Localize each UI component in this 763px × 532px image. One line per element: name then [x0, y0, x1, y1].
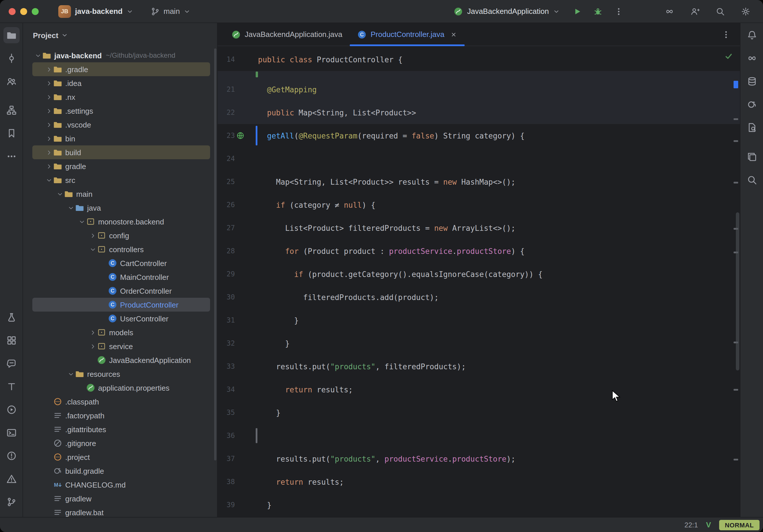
- tool-more-tools-button[interactable]: [3, 148, 19, 164]
- minimize-button[interactable]: [20, 8, 27, 15]
- tool-layers-button[interactable]: [744, 149, 760, 165]
- tree-item-UserController[interactable]: CUserController: [32, 312, 210, 325]
- code-line-33[interactable]: 33results.put("products", filteredProduc…: [218, 355, 740, 378]
- tree-item-.gitignore[interactable]: .gitignore: [32, 436, 210, 450]
- code-line-21[interactable]: 21@GetMapping: [218, 78, 740, 101]
- code-line-25[interactable]: 25Map<String, List<Product>> results = n…: [218, 170, 740, 193]
- tree-item-.project[interactable]: .project: [32, 450, 210, 464]
- tree-item-models[interactable]: models: [32, 325, 210, 339]
- chevron-right-icon[interactable]: [46, 107, 53, 114]
- tree-item-bin[interactable]: bin: [32, 132, 210, 146]
- tool-find-button[interactable]: [744, 172, 760, 188]
- tool-services-button[interactable]: [3, 402, 19, 418]
- tree-item-.vscode[interactable]: .vscode: [32, 118, 210, 132]
- line-number[interactable]: 22: [218, 108, 235, 117]
- caret-position[interactable]: 22:1: [685, 521, 698, 529]
- tree-item-.gradle[interactable]: .gradle: [32, 62, 210, 76]
- add-user-button[interactable]: [687, 3, 703, 19]
- ai-assistant-button[interactable]: [661, 3, 678, 19]
- search-everywhere-button[interactable]: [712, 3, 728, 19]
- code-line-38[interactable]: 38return results;: [218, 470, 740, 493]
- line-number[interactable]: 37: [218, 455, 235, 463]
- tree-item-gradle[interactable]: gradle: [32, 159, 210, 173]
- code-line-23[interactable]: 23getAll(@RequestParam(required = false)…: [218, 124, 740, 147]
- tree-item-monostore.backend[interactable]: monostore.backend: [32, 215, 210, 229]
- chevron-right-icon[interactable]: [46, 121, 53, 128]
- line-number[interactable]: 35: [218, 408, 235, 417]
- line-number[interactable]: 23: [218, 132, 235, 140]
- line-number[interactable]: 24: [218, 155, 235, 163]
- code-line-39[interactable]: 39}: [218, 493, 740, 516]
- chevron-down-icon[interactable]: [46, 176, 53, 183]
- zoom-button[interactable]: [32, 8, 39, 15]
- chevron-right-icon[interactable]: [46, 80, 53, 86]
- tree-item-.nx[interactable]: .nx: [32, 90, 210, 104]
- chevron-down-icon[interactable]: [56, 190, 63, 197]
- tree-item-java[interactable]: java: [32, 201, 210, 215]
- tree-item-main[interactable]: main: [32, 187, 210, 201]
- chevron-down-icon[interactable]: [67, 371, 74, 377]
- line-number[interactable]: 26: [218, 201, 235, 209]
- tabs-more-button[interactable]: [719, 27, 733, 41]
- chevron-down-icon[interactable]: [35, 52, 42, 59]
- tool-documentation-button[interactable]: [744, 119, 760, 136]
- editor-tab-JavaBackendApplication.java[interactable]: JavaBackendApplication.java: [224, 23, 350, 46]
- tree-item-service[interactable]: service: [32, 339, 210, 353]
- tree-item-.gitattributes[interactable]: .gitattributes: [32, 422, 210, 436]
- tool-dependencies-button[interactable]: [3, 332, 19, 349]
- chevron-down-icon[interactable]: [67, 204, 74, 211]
- tool-ai-assistant-button[interactable]: [744, 50, 760, 66]
- code-line-26[interactable]: 26if (category ≠ null) {: [218, 193, 740, 216]
- vim-mode-badge[interactable]: NORMAL: [719, 520, 760, 530]
- line-number[interactable]: 36: [218, 432, 235, 440]
- tree-item-JavaBackendApplication[interactable]: JavaBackendApplication: [32, 353, 210, 367]
- tool-database-button[interactable]: [744, 73, 760, 89]
- tool-profiler-button[interactable]: [3, 309, 19, 325]
- code-line-28[interactable]: 28for (Product product : productService.…: [218, 240, 740, 263]
- line-number[interactable]: 25: [218, 178, 235, 186]
- tree-item-resources[interactable]: resources: [32, 367, 210, 381]
- tool-terminal-button[interactable]: [3, 425, 19, 441]
- code-editor[interactable]: 14public class ProductController {21@Get…: [218, 46, 740, 517]
- tree-item-.classpath[interactable]: .classpath: [32, 395, 210, 408]
- tree-item-ProductController[interactable]: CProductController: [32, 298, 210, 312]
- line-number[interactable]: 31: [218, 316, 235, 324]
- tree-item-gradlew.bat[interactable]: gradlew.bat: [32, 505, 210, 517]
- tool-commit-button[interactable]: [3, 50, 19, 66]
- tool-todo-button[interactable]: [3, 378, 19, 395]
- debug-button[interactable]: [590, 3, 606, 19]
- tree-item-controllers[interactable]: controllers: [32, 242, 210, 256]
- code-line-30[interactable]: 30filteredProducts.add(product);: [218, 286, 740, 309]
- line-number[interactable]: 39: [218, 501, 235, 509]
- tree-item-application.properties[interactable]: application.properties: [32, 381, 210, 395]
- run-config-selector[interactable]: JavaBackendApplication: [454, 7, 560, 16]
- chevron-right-icon[interactable]: [46, 66, 53, 73]
- code-line-37[interactable]: 37results.put("products", productService…: [218, 447, 740, 470]
- chevron-down-icon[interactable]: [78, 218, 85, 225]
- tree-item-config[interactable]: config: [32, 229, 210, 242]
- tree-item-CartController[interactable]: CCartController: [32, 256, 210, 270]
- line-number[interactable]: 29: [218, 270, 235, 278]
- settings-button[interactable]: [738, 3, 754, 19]
- code-line-31[interactable]: 31}: [218, 309, 740, 332]
- project-selector[interactable]: JB java-backend: [55, 3, 137, 19]
- inspections-ok-icon[interactable]: [724, 52, 733, 60]
- tree-item-java-backend[interactable]: java-backend~/Github/java-backend: [32, 49, 210, 62]
- tool-structure-button[interactable]: [3, 102, 19, 118]
- editor-tab-ProductController.java[interactable]: CProductController.java: [350, 23, 465, 46]
- folded-region-gap[interactable]: [218, 71, 740, 78]
- endpoint-globe-icon[interactable]: [236, 131, 245, 140]
- line-number[interactable]: 38: [218, 478, 235, 486]
- tree-item-CHANGELOG.md[interactable]: MCHANGELOG.md: [32, 478, 210, 491]
- tree-item-build[interactable]: build: [32, 146, 210, 159]
- code-line-36[interactable]: 36: [218, 424, 740, 447]
- more-actions-button[interactable]: [610, 3, 627, 19]
- tool-project-button[interactable]: [3, 27, 19, 43]
- tree-item-.idea[interactable]: .idea: [32, 76, 210, 90]
- tool-gradle-button[interactable]: [744, 96, 760, 113]
- close-icon[interactable]: [450, 31, 457, 38]
- tool-problems-button[interactable]: [3, 448, 19, 464]
- chevron-right-icon[interactable]: [46, 93, 53, 100]
- tree-item-OrderController[interactable]: COrderController: [32, 284, 210, 298]
- tool-notifications-button[interactable]: [744, 27, 760, 43]
